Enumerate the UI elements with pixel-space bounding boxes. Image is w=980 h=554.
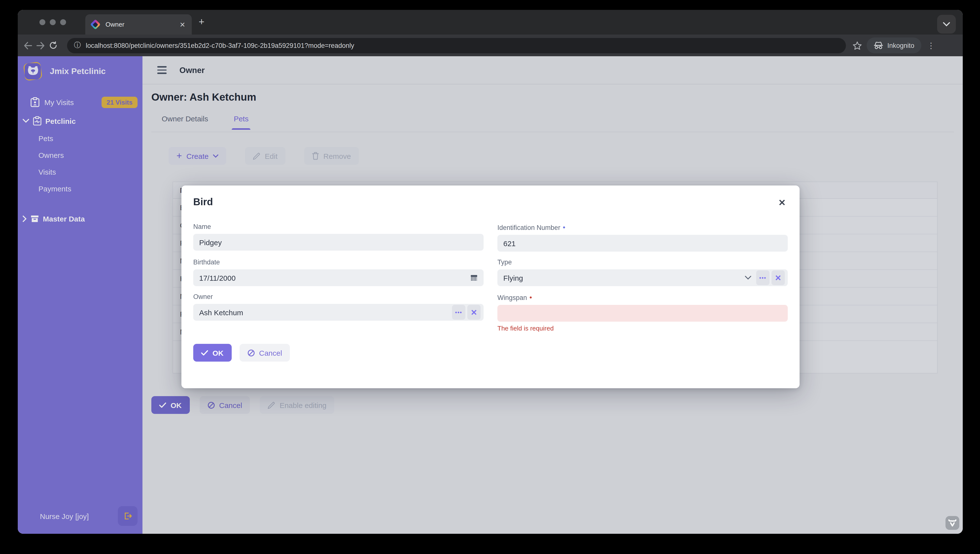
menu-toggle-button[interactable] <box>157 66 167 74</box>
dialog-form: Name Identification Number• Birthdate <box>181 212 800 332</box>
sidebar-item-label: Visits <box>38 168 56 176</box>
chevron-down-icon <box>943 22 950 26</box>
dialog-footer: OK Cancel <box>181 332 800 374</box>
petclinic-logo-icon <box>24 62 42 80</box>
chevron-down-icon[interactable] <box>745 276 751 280</box>
owner-clear-button[interactable]: ✕ <box>467 305 480 320</box>
tab-search-button[interactable] <box>937 15 956 34</box>
incognito-badge: Inkognito <box>867 37 921 53</box>
dialog-close-icon[interactable]: ✕ <box>776 196 788 209</box>
calendar-icon[interactable] <box>470 274 478 282</box>
sidebar-group-master-data[interactable]: Master Data <box>18 210 142 227</box>
wingspan-input[interactable] <box>503 309 785 318</box>
sidebar-group-petclinic[interactable]: Petclinic <box>18 112 142 130</box>
page-info-icon[interactable]: ⓘ <box>74 41 81 50</box>
logout-button[interactable] <box>118 506 138 526</box>
sidebar-item-label: Payments <box>38 184 71 193</box>
sidebar-item-visits[interactable]: Visits <box>18 163 142 180</box>
name-field-group: Name <box>193 223 484 252</box>
tab-owner-details[interactable]: Owner Details <box>162 115 208 130</box>
name-input[interactable] <box>199 238 480 246</box>
window-controls <box>40 19 66 25</box>
sidebar: Jmix Petclinic My Visits 21 Visits <box>18 56 142 534</box>
dialog-header: Bird ✕ <box>181 185 800 212</box>
incognito-label: Inkognito <box>887 42 915 49</box>
browser-toolbar: ⓘ Inkognito ⋮ <box>18 35 963 56</box>
sidebar-item-label: My Visits <box>45 98 97 106</box>
remove-button: Remove <box>304 147 359 165</box>
sidebar-item-owners[interactable]: Owners <box>18 147 142 163</box>
sidebar-group-label: Master Data <box>43 214 85 223</box>
new-tab-button[interactable]: + <box>199 17 204 27</box>
required-indicator: • <box>563 223 565 231</box>
ban-icon <box>207 401 215 409</box>
birthdate-field-label: Birthdate <box>193 259 484 266</box>
owner-input[interactable] <box>199 308 450 316</box>
tab-close-icon[interactable]: ✕ <box>178 21 187 28</box>
page-cancel-button[interactable]: Cancel <box>199 396 250 414</box>
archive-box-icon <box>30 214 39 223</box>
dialog-cancel-button[interactable]: Cancel <box>239 344 290 362</box>
create-button[interactable]: + Create <box>169 147 226 165</box>
pets-toolbar: + Create Edit Remove <box>169 147 359 165</box>
logout-icon <box>123 512 132 520</box>
name-field-label: Name <box>193 223 484 230</box>
url-bar[interactable]: ⓘ <box>67 38 846 53</box>
edit-button-label: Edit <box>265 152 278 160</box>
browser-tab[interactable]: Owner ✕ <box>85 14 192 35</box>
reload-button[interactable] <box>49 42 62 49</box>
clipboard-user-icon <box>30 97 40 107</box>
remove-button-label: Remove <box>323 152 351 160</box>
sidebar-item-label: Pets <box>38 134 53 142</box>
identification-input[interactable] <box>503 239 785 247</box>
view-title: Owner <box>180 65 205 75</box>
birthdate-field <box>193 269 484 286</box>
vaadin-dev-tools-button[interactable] <box>945 516 959 530</box>
window-minimize-button[interactable] <box>50 19 56 25</box>
user-name: Nurse Joy [joy] <box>40 512 113 520</box>
back-button[interactable] <box>24 42 37 49</box>
view-header: Owner <box>142 56 963 85</box>
owner-field-group: Owner ••• ✕ <box>193 293 484 332</box>
window-close-button[interactable] <box>40 19 45 25</box>
sidebar-item-pets[interactable]: Pets <box>18 130 142 147</box>
owner-field: ••• ✕ <box>193 304 484 321</box>
wingspan-field-group: Wingspan• The field is required <box>497 293 788 332</box>
type-input[interactable] <box>503 273 742 282</box>
tab-pets[interactable]: Pets <box>234 115 248 130</box>
page-ok-button[interactable]: OK <box>151 396 189 414</box>
chevron-right-icon <box>23 216 27 222</box>
enable-editing-label: Enable editing <box>280 401 326 409</box>
window-zoom-button[interactable] <box>60 19 66 25</box>
type-lookup-button[interactable]: ••• <box>756 270 770 285</box>
type-field-label: Type <box>497 259 788 266</box>
clear-x-icon: ✕ <box>775 273 781 283</box>
enable-editing-button: Enable editing <box>260 396 334 414</box>
clear-x-icon: ✕ <box>471 308 477 317</box>
browser-menu-button[interactable]: ⋮ <box>927 41 935 50</box>
edit-button: Edit <box>245 147 285 165</box>
bookmark-star-icon[interactable] <box>853 41 862 49</box>
wingspan-error-message: The field is required <box>497 325 788 332</box>
incognito-icon <box>873 42 883 49</box>
type-field: ••• ✕ <box>497 269 788 286</box>
sidebar-user-row: Nurse Joy [joy] <box>18 506 142 534</box>
tab-bar: Owner Details Pets <box>162 115 248 130</box>
url-input[interactable] <box>86 42 839 49</box>
forward-button[interactable] <box>37 42 49 49</box>
birthdate-input[interactable] <box>199 273 470 282</box>
check-icon <box>159 402 166 408</box>
jmix-favicon-icon <box>90 19 100 30</box>
page-title: Owner: Ash Ketchum <box>151 91 256 103</box>
sidebar-group-label: Petclinic <box>45 117 76 125</box>
type-clear-button[interactable]: ✕ <box>772 270 785 285</box>
birthdate-field-group: Birthdate <box>193 259 484 286</box>
tabs-divider <box>151 132 954 132</box>
vaadin-icon <box>948 519 957 527</box>
sidebar-item-my-visits[interactable]: My Visits 21 Visits <box>18 93 142 111</box>
sidebar-item-payments[interactable]: Payments <box>18 180 142 197</box>
plus-icon: + <box>177 152 182 160</box>
dialog-ok-button[interactable]: OK <box>193 344 231 362</box>
footer-actions: OK Cancel Enable editing <box>151 396 334 414</box>
owner-lookup-button[interactable]: ••• <box>452 305 465 320</box>
